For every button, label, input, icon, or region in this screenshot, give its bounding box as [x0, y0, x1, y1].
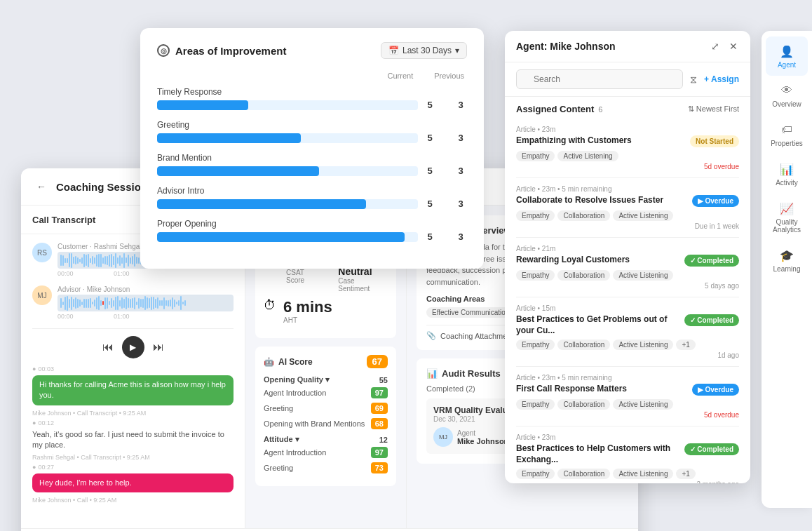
content-tags-4: EmpathyCollaborationActive Listening	[516, 399, 739, 410]
sidebar-item-overview[interactable]: 👁 Overview	[766, 76, 808, 115]
cat-header-0[interactable]: Opening Quality ▾ 55	[264, 375, 388, 384]
metric-current-3: 5	[425, 199, 435, 209]
calendar-icon: 📅	[388, 46, 399, 55]
content-tags-2: EmpathyCollaborationActive Listening	[516, 270, 739, 281]
attachment-icon: 📎	[426, 331, 436, 340]
ai-item-label-1-0: Agent Introduction	[264, 448, 326, 457]
ai-row-1-0: Agent Introduction 97	[264, 447, 388, 458]
agent-panel-icons: ⤢ ✕	[710, 39, 739, 53]
assigned-title: Assigned Content 6	[516, 104, 602, 114]
expand-icon[interactable]: ⤢	[710, 39, 721, 53]
tag: Empathy	[516, 270, 555, 281]
cat-name-1: Attitude ▾	[264, 435, 299, 444]
close-icon[interactable]: ✕	[728, 39, 739, 53]
ai-score-section: 🤖 AI Score 67 Opening Quality ▾ 55 Agent…	[255, 347, 396, 486]
ai-item-label-1-1: Greeting	[264, 464, 293, 472]
coaching-area-0: Effective Communication	[426, 307, 515, 318]
content-title-row-0: Empathizing with Customers Not Started	[516, 135, 739, 147]
aht-label: AHT	[283, 316, 332, 324]
content-item-3: Article • 15m Best Practices to Get Prob…	[516, 297, 739, 367]
date-filter[interactable]: 📅 Last 30 Days ▾	[381, 42, 467, 59]
tag: Collaboration	[557, 399, 610, 410]
ai-item-score-1-0: 97	[371, 447, 388, 458]
content-title-4: First Call Response Matters	[516, 384, 627, 395]
metric-bar-bg-4	[157, 232, 418, 242]
transcript-content: RS Customer · Rashmi Sehgal 00:00 01:00 …	[21, 234, 245, 528]
search-wrap: 🔍	[516, 69, 683, 89]
sidebar-item-quality-analytics[interactable]: 📈 Quality Analytics	[766, 194, 808, 241]
tag: Collaboration	[557, 210, 610, 221]
play-button[interactable]: ▶	[122, 336, 144, 358]
metric-bar-bg-1	[157, 133, 418, 143]
metric-bar-fill-4	[157, 232, 405, 242]
ai-row-1-1: Greeting 73	[264, 462, 388, 473]
content-title-1: Collaborate to Resolve Issues Faster	[516, 195, 663, 206]
sidebar-item-activity[interactable]: 📊 Activity	[766, 154, 808, 194]
tag: Empathy	[516, 469, 555, 479]
metric-bar-row-1: 5 3	[157, 133, 467, 143]
sidebar-item-agent[interactable]: 👤 Agent	[766, 36, 808, 76]
filter-icon[interactable]: ⧖	[689, 72, 698, 87]
metrics-list: Timely Response 5 3 Greeting 5 3 Brand M…	[157, 87, 467, 242]
waveform-advisor: Advisor · Mike Johnson 00:00 01:00	[57, 285, 234, 320]
timestamp-00-27: ●00:27	[32, 464, 234, 471]
ai-item-label-0-0: Agent Introduction	[264, 389, 326, 397]
customer-avatar: RS	[32, 243, 52, 262]
timestamp-00-03: ●00:03	[32, 365, 234, 372]
rewind-button[interactable]: ⏮	[102, 341, 114, 354]
tag: +1	[676, 340, 695, 350]
assigned-count: 6	[598, 105, 602, 114]
agent-panel-header: Agent: Mike Johnson ⤢ ✕	[505, 31, 750, 62]
forward-button[interactable]: ⏭	[153, 341, 164, 354]
chat-bubble-1: Hi thanks for calling Acme this is aliso…	[32, 375, 234, 405]
sidebar-item-learning[interactable]: 🎓 Learning	[766, 241, 808, 280]
cat-header-1[interactable]: Attitude ▾ 12	[264, 435, 388, 444]
tag: Active Listening	[557, 151, 618, 161]
tag: Empathy	[516, 340, 555, 350]
content-meta-2: Article • 21m	[516, 245, 739, 253]
tag: Active Listening	[613, 270, 673, 281]
content-due-1: Due in 1 week	[516, 222, 739, 230]
audit-agent-avatar: MJ	[433, 427, 453, 447]
metric-bar-fill-1	[157, 133, 301, 143]
metric-label-4: Proper Opening	[157, 219, 467, 229]
content-item-4: Article • 23m • 5 min remaining First Ca…	[516, 367, 739, 426]
ai-item-label-0-2: Opening with Brand Mentions	[264, 419, 365, 428]
sidebar-icon-3: 📊	[779, 161, 794, 177]
right-sidebar: 👤 Agent 👁 Overview 🏷 Properties 📊 Activi…	[762, 31, 812, 508]
content-list: Article • 23m Empathizing with Customers…	[505, 119, 750, 483]
assign-button[interactable]: + Assign	[704, 74, 739, 84]
cat-name-0: Opening Quality ▾	[264, 375, 330, 384]
ai-score-header: 🤖 AI Score 67	[264, 355, 388, 368]
content-item-1: Article • 23m • 5 min remaining Collabor…	[516, 178, 739, 238]
sidebar-icon-0: 👤	[779, 43, 794, 59]
metric-bar-row-2: 5 3	[157, 166, 467, 176]
chat-meta-1: Mike Johnson • Call Transcript • 9:25 AM	[32, 410, 234, 417]
col-previous: Previous	[434, 72, 464, 80]
metric-label-2: Brand Mention	[157, 153, 467, 163]
sidebar-label-0: Agent	[778, 61, 796, 69]
speaker-row-advisor: MJ Advisor · Mike Johnson 00:00 01:00	[32, 285, 234, 320]
sentiment-label: Case Sentiment	[338, 277, 388, 293]
metric-bar-bg-2	[157, 166, 418, 176]
metric-bar-bg-0	[157, 100, 418, 110]
sidebar-item-properties[interactable]: 🏷 Properties	[766, 115, 808, 154]
agent-search-input[interactable]	[516, 69, 683, 89]
advisor-avatar: MJ	[32, 285, 52, 305]
metric-scores-3: 5 3	[425, 199, 467, 209]
content-meta-5: Article • 23m	[516, 433, 739, 441]
metric-scores-2: 5 3	[425, 166, 467, 176]
sort-button[interactable]: ⇅ Newest First	[688, 105, 739, 114]
audio-controls: ⏮ ▶ ⏭	[32, 328, 234, 365]
metric-previous-3: 3	[456, 199, 466, 209]
coaching-footer: Schedule Follow-Up Complete Session	[21, 528, 638, 531]
back-icon[interactable]: ←	[35, 180, 48, 194]
metric-current-2: 5	[425, 166, 435, 176]
ai-icon: 🤖	[264, 357, 274, 367]
content-tags-0: EmpathyActive Listening	[516, 151, 739, 161]
areas-title-text: Areas of Improvement	[175, 45, 286, 57]
ai-item-score-0-2: 68	[371, 418, 388, 429]
csat-label: CSAT Score	[286, 269, 324, 284]
areas-title: ◎ Areas of Improvement	[157, 44, 286, 57]
content-status-0: Not Started	[690, 135, 739, 147]
